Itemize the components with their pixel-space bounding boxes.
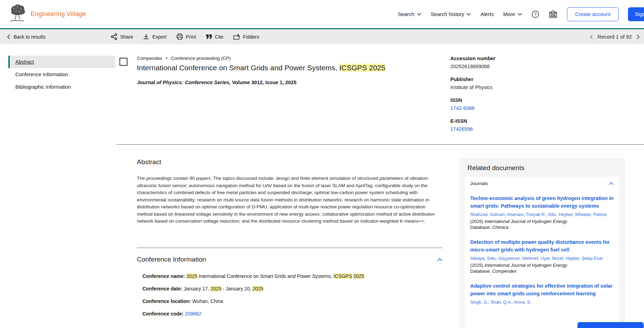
conference-code-link[interactable]: 209662 bbox=[185, 311, 201, 317]
breadcrumb: Compendex • Conference proceeding (CP) bbox=[137, 56, 443, 61]
previous-record-icon[interactable] bbox=[590, 34, 593, 39]
help-icon[interactable]: ? bbox=[532, 10, 539, 18]
highlighted-term: 2025 bbox=[186, 273, 197, 279]
issn-link[interactable]: 1742-6588 bbox=[450, 105, 548, 111]
bullet-separator: • bbox=[166, 56, 168, 61]
highlighted-term: ICSGPS 2025 bbox=[339, 64, 385, 72]
section-nav: Abstract Conference Information Bibliogr… bbox=[8, 56, 115, 93]
nav-search-history[interactable]: Search history bbox=[431, 11, 471, 17]
toolbar-actions: Share Export Print Cite Folders bbox=[111, 29, 259, 44]
export-button[interactable]: Export bbox=[143, 33, 166, 40]
issn-group: ISSN 1742-6588 bbox=[450, 97, 548, 111]
related-document-title[interactable]: Adaptive control strategies for effectiv… bbox=[470, 282, 614, 297]
eissn-link[interactable]: 17426596 bbox=[450, 126, 548, 132]
next-record-icon[interactable] bbox=[637, 34, 640, 39]
institution-icon[interactable] bbox=[549, 10, 558, 18]
nav-search[interactable]: Search bbox=[398, 11, 421, 17]
conference-code-field: Conference code: 209662 bbox=[142, 310, 442, 318]
record-toolbar: Back to results Share Export Print Cite … bbox=[0, 29, 644, 44]
share-icon bbox=[111, 33, 117, 40]
conference-information-section: Conference Information Conference name: … bbox=[137, 256, 442, 323]
divider bbox=[116, 144, 644, 145]
highlighted-term: 2025 bbox=[210, 286, 221, 291]
chevron-up-icon bbox=[609, 182, 614, 185]
related-document-source: (2025) International Journal of Hydrogen… bbox=[470, 263, 614, 268]
abstract-section: Abstract The proceedings contain 90 pape… bbox=[137, 158, 442, 225]
record-count-label: Record 1 of 92 bbox=[598, 34, 632, 40]
collapse-chevron-up-icon[interactable] bbox=[437, 258, 442, 261]
record-head: Compendex • Conference proceeding (CP) I… bbox=[137, 56, 443, 85]
document-type: Conference proceeding (CP) bbox=[171, 56, 231, 61]
nav-alerts[interactable]: Alerts bbox=[480, 11, 494, 17]
related-document-database: Database: Chimica bbox=[470, 225, 614, 230]
top-navigation: Search Search history Alerts More ? bbox=[398, 0, 644, 28]
conference-fields: Conference name: 2025 International Conf… bbox=[142, 273, 442, 318]
highlighted-term: 2025 bbox=[353, 273, 364, 279]
printer-icon bbox=[176, 33, 183, 40]
create-account-button[interactable]: Create account bbox=[567, 7, 619, 21]
abstract-text: The proceedings contain 90 papers. The t… bbox=[137, 175, 442, 225]
related-document-title[interactable]: Detection of multiple power quality dist… bbox=[470, 238, 614, 254]
svg-text:?: ? bbox=[534, 12, 537, 17]
conference-information-heading: Conference Information bbox=[137, 256, 206, 263]
related-documents-heading: Related documents bbox=[467, 164, 619, 172]
related-document-item: Techno-economic analysis of green hydrog… bbox=[470, 194, 614, 230]
print-button[interactable]: Print bbox=[176, 33, 196, 40]
conference-information-header: Conference Information bbox=[137, 256, 442, 263]
share-button[interactable]: Share bbox=[111, 33, 133, 40]
record-metadata: Accession number 20252618699068 Publishe… bbox=[450, 56, 548, 139]
publisher-value: Institute of Physics bbox=[450, 85, 548, 90]
related-document-database: Database: Compendex bbox=[470, 269, 614, 274]
divider bbox=[137, 248, 442, 248]
sign-in-button[interactable]: Sign in bbox=[628, 7, 644, 21]
related-document-authors[interactable]: Singh, D.; Shah, Q.A.; Arora, S. bbox=[470, 300, 614, 305]
conference-location-field: Conference location: Wuhan, China bbox=[142, 298, 442, 305]
folders-button[interactable]: Folders bbox=[233, 33, 259, 40]
nav-more[interactable]: More bbox=[503, 11, 522, 17]
cite-button[interactable]: Cite bbox=[206, 34, 224, 40]
sidebar-item-bibliographic-information[interactable]: Bibliographic Information bbox=[8, 81, 115, 93]
abstract-heading: Abstract bbox=[137, 158, 442, 166]
publisher-group: Publisher Institute of Physics bbox=[450, 77, 548, 90]
highlighted-term: ICSGPS bbox=[334, 273, 352, 279]
export-download-icon bbox=[143, 33, 149, 40]
chevron-down-icon bbox=[518, 13, 522, 16]
record-pagination: Record 1 of 92 bbox=[590, 29, 640, 44]
record-select-checkbox[interactable] bbox=[119, 58, 127, 66]
eissn-group: E-ISSN 17426596 bbox=[450, 118, 548, 132]
related-documents-card: Journals Techno-economic analysis of gre… bbox=[465, 177, 619, 328]
brand[interactable]: Engineering Village bbox=[8, 4, 86, 24]
related-documents-panel: Related documents Journals Techno-econom… bbox=[459, 158, 625, 328]
source-line: Journal of Physics: Conference Series, V… bbox=[137, 80, 443, 85]
page-title: International Conference on Smart Grids … bbox=[137, 64, 443, 72]
conference-date-field: Conference date: January 17, 2025 - Janu… bbox=[142, 285, 442, 293]
related-document-authors[interactable]: Shahzad, Sulman; Alsenani, Theyab R.; Ki… bbox=[470, 212, 614, 217]
conference-name-field: Conference name: 2025 International Conf… bbox=[142, 273, 442, 280]
related-document-item: Detection of multiple power quality dist… bbox=[470, 238, 614, 274]
related-document-source: (2025) International Journal of Hydrogen… bbox=[470, 219, 614, 224]
related-document-title[interactable]: Techno-economic analysis of green hydrog… bbox=[470, 194, 614, 210]
accession-number-group: Accession number 20252618699068 bbox=[450, 56, 548, 69]
feedback-button[interactable] bbox=[577, 322, 644, 328]
journals-accordion-toggle[interactable]: Journals bbox=[470, 181, 614, 186]
page: Engineering Village Search Search histor… bbox=[0, 0, 644, 328]
accession-number-value: 20252618699068 bbox=[450, 64, 548, 69]
elsevier-tree-logo bbox=[8, 4, 26, 24]
sidebar-item-conference-information[interactable]: Conference Information bbox=[8, 68, 115, 81]
quote-icon bbox=[206, 34, 212, 39]
chevron-down-icon bbox=[417, 13, 421, 16]
back-to-results-link[interactable]: Back to results bbox=[7, 29, 46, 44]
chevron-left-icon bbox=[7, 34, 10, 39]
database-name: Compendex bbox=[137, 56, 162, 61]
related-document-item: Adaptive control strategies for effectiv… bbox=[470, 282, 614, 305]
sidebar-item-abstract[interactable]: Abstract bbox=[8, 56, 115, 68]
folder-add-icon bbox=[233, 33, 240, 40]
chevron-down-icon bbox=[466, 13, 471, 16]
brand-name: Engineering Village bbox=[31, 10, 86, 18]
app-header: Engineering Village Search Search histor… bbox=[0, 0, 644, 29]
related-document-authors[interactable]: Akkaya, Sıtkı; Güçyetmez, Mehmet; Uyar, … bbox=[470, 256, 614, 261]
highlighted-term: 2025 bbox=[253, 286, 263, 291]
